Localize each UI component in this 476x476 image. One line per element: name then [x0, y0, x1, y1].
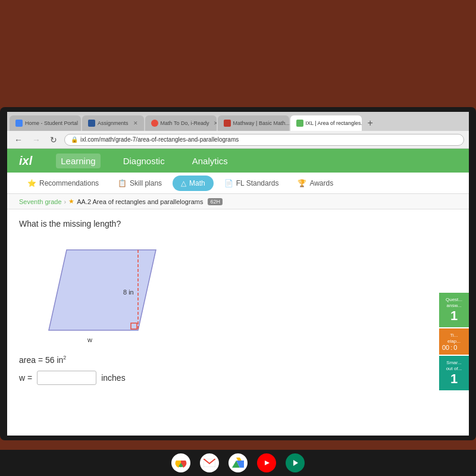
- gdrive-icon: [232, 458, 244, 468]
- address-bar[interactable]: 🔒 ixl.com/math/grade-7/area-of-rectangle…: [64, 134, 464, 146]
- play-icon: [289, 457, 301, 469]
- recommendations-label: Recommendations: [39, 179, 99, 187]
- subnav-flstandards[interactable]: 📄 FL Standards: [216, 176, 287, 191]
- parallelogram-svg: 8 in w: [37, 238, 168, 345]
- timer-minutes: 00: [442, 344, 449, 351]
- timer-seconds: 0: [453, 344, 457, 351]
- screen: Home - Student Portal ✕ Assignments ✕ Ma…: [7, 112, 469, 436]
- tab-close-3[interactable]: ✕: [214, 120, 216, 126]
- tab-label-3: Math To Do, i-Ready: [161, 120, 209, 126]
- nav-diagnostic[interactable]: Diagnostic: [118, 154, 170, 168]
- breadcrumb: Seventh grade › ★ AA.2 Area of rectangle…: [7, 194, 469, 209]
- browser-tab-bar: Home - Student Portal ✕ Assignments ✕ Ma…: [7, 112, 469, 131]
- tab-favicon-5: [296, 120, 303, 127]
- address-text: ixl.com/math/grade-7/area-of-rectangles-…: [80, 136, 239, 143]
- tab-close-2[interactable]: ✕: [133, 120, 138, 126]
- math-label: Math: [189, 179, 205, 187]
- questions-label: Quest...answ...: [446, 297, 462, 308]
- nav-refresh-button[interactable]: ↻: [48, 134, 60, 146]
- subnav-awards[interactable]: 🏆 Awards: [289, 176, 342, 191]
- questions-answered-panel: Quest...answ... 1: [439, 293, 469, 327]
- breadcrumb-skill: AA.2 Area of rectangles and parallelogra…: [77, 198, 203, 205]
- taskbar-chrome[interactable]: [171, 453, 190, 472]
- ixl-top-nav: ixl Learning Diagnostic Analytics: [7, 149, 469, 173]
- flstandards-icon: 📄: [224, 179, 233, 187]
- nav-learning[interactable]: Learning: [56, 154, 100, 168]
- taskbar-gdrive[interactable]: [228, 453, 248, 472]
- skillplans-label: Skill plans: [130, 179, 162, 187]
- tab-ixl[interactable]: IXL | Area of rectangles... ✕: [290, 115, 362, 131]
- browser-address-bar-row: ← → ↻ 🔒 ixl.com/math/grade-7/area-of-rec…: [7, 131, 469, 149]
- laptop-frame: Home - Student Portal ✕ Assignments ✕ Ma…: [0, 107, 476, 440]
- tab-label-4: Mathway | Basic Math...: [233, 120, 289, 126]
- area-exp: 2: [63, 355, 66, 361]
- taskbar: [0, 450, 476, 476]
- taskbar-play[interactable]: [286, 453, 305, 472]
- flstandards-label: FL Standards: [236, 179, 279, 187]
- sub-nav: ⭐ Recommendations 📋 Skill plans △ Math 📄…: [7, 173, 469, 194]
- ixl-logo: ixl: [19, 154, 32, 168]
- unit-label: inches: [101, 373, 125, 383]
- nav-forward-button[interactable]: →: [30, 134, 43, 146]
- questions-number: 1: [442, 308, 466, 324]
- answer-input[interactable]: [37, 371, 96, 385]
- subnav-skillplans[interactable]: 📋 Skill plans: [109, 176, 170, 191]
- awards-label: Awards: [309, 179, 333, 187]
- tab-favicon-4: [224, 120, 231, 127]
- tab-mathway[interactable]: Mathway | Basic Math... ✕: [218, 115, 289, 131]
- breadcrumb-star: ★: [68, 198, 74, 205]
- tab-label-5: IXL | Area of rectangles...: [306, 120, 362, 126]
- youtube-icon: [261, 459, 273, 467]
- tab-favicon-2: [88, 120, 95, 127]
- breadcrumb-badge: 62H: [208, 198, 223, 205]
- smartscore-label: Smar...out of...: [446, 360, 462, 371]
- new-tab-button[interactable]: +: [363, 115, 378, 131]
- timer-display: 00 : 0: [442, 344, 466, 351]
- tab-favicon-3: [151, 120, 158, 127]
- awards-icon: 🏆: [298, 179, 306, 187]
- taskbar-gmail[interactable]: [200, 453, 219, 472]
- time-elapsed-panel: Ti...elap... 00 : 0: [439, 328, 469, 355]
- tab-label-2: Assignments: [98, 120, 129, 126]
- smartscore-number: 1: [442, 371, 466, 387]
- subnav-recommendations[interactable]: ⭐ Recommendations: [19, 176, 107, 191]
- tab-favicon-1: [15, 120, 23, 127]
- tab-assignments[interactable]: Assignments ✕: [82, 115, 144, 131]
- question-text: What is the missing length?: [19, 219, 457, 228]
- smartscore-panel: Smar...out of... 1: [439, 356, 469, 390]
- area-text: area = 56 in: [19, 355, 63, 365]
- math-icon: △: [181, 179, 186, 187]
- area-formula: area = 56 in2: [19, 355, 457, 365]
- parallelogram-shape: [49, 250, 156, 330]
- recommendations-icon: ⭐: [27, 179, 36, 187]
- nav-analytics[interactable]: Analytics: [187, 154, 233, 168]
- tab-student-portal[interactable]: Home - Student Portal ✕: [10, 115, 81, 131]
- main-content: What is the missing length? 8 in w: [7, 209, 469, 394]
- subnav-math[interactable]: △ Math: [173, 176, 214, 191]
- width-label: w: [87, 336, 92, 343]
- height-label: 8 in: [123, 289, 134, 296]
- taskbar-youtube[interactable]: [257, 453, 276, 472]
- time-label: Ti...elap...: [447, 333, 461, 344]
- gmail-icon: [203, 459, 215, 467]
- chrome-icon: [175, 457, 187, 469]
- lock-icon: 🔒: [71, 136, 78, 143]
- shape-container: 8 in w: [37, 238, 168, 345]
- input-label: w =: [19, 373, 32, 383]
- nav-back-button[interactable]: ←: [12, 134, 25, 146]
- tab-iready[interactable]: Math To Do, i-Ready ✕: [145, 115, 217, 131]
- tab-label-1: Home - Student Portal: [25, 120, 78, 126]
- breadcrumb-grade[interactable]: Seventh grade: [19, 198, 62, 205]
- input-row: w = inches: [19, 371, 457, 385]
- breadcrumb-sep: ›: [64, 198, 67, 205]
- skillplans-icon: 📋: [118, 179, 127, 187]
- timer-sep: :: [450, 344, 452, 351]
- right-panel: Quest...answ... 1 Ti...elap... 00 : 0 Sm…: [439, 293, 469, 390]
